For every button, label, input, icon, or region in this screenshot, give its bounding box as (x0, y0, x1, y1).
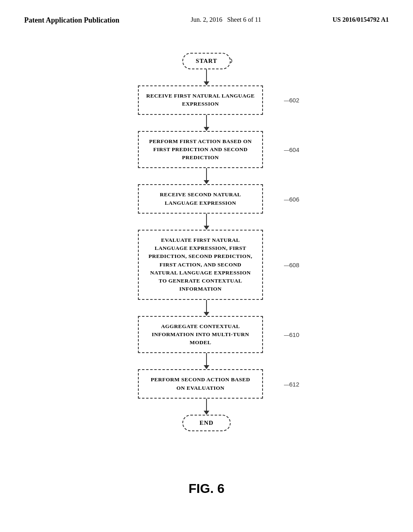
ref-606-label: —606 (284, 195, 299, 202)
header-center: Jun. 2, 2016 Sheet 6 of 11 (191, 16, 261, 23)
ref-602-label: —602 (284, 97, 299, 104)
flowchart-diagram: ✏ 600 START RECEIVE FIRST NATURAL LANGUA… (0, 29, 413, 512)
arrow-line-6 (206, 353, 207, 365)
arrow-head-2 (204, 127, 209, 131)
box-612: PERFORM SECOND ACTION BASED ON EVALUATIO… (138, 369, 263, 399)
patent-number: US 2016/0154792 A1 (332, 16, 389, 23)
box-608-wrapper: EVALUATE FIRST NATURAL LANGUAGE EXPRESSI… (138, 230, 275, 300)
arrow-3 (204, 168, 209, 184)
arrow-4 (204, 214, 209, 230)
arrow-head (204, 81, 209, 85)
arrow-head-7 (204, 411, 209, 415)
box-602-wrapper: RECEIVE FIRST NATURAL LANGUAGE EXPRESSIO… (138, 85, 275, 115)
ref-608-label: —608 (284, 261, 299, 268)
arrow-line-3 (206, 168, 207, 180)
box-612-wrapper: PERFORM SECOND ACTION BASED ON EVALUATIO… (138, 369, 275, 399)
ref-604-label: —604 (284, 146, 299, 153)
box-610-wrapper: AGGREGATE CONTEXTUAL INFORMATION INTO MU… (138, 316, 275, 353)
box-610: AGGREGATE CONTEXTUAL INFORMATION INTO MU… (138, 316, 263, 353)
arrow-1 (204, 69, 209, 85)
arrow-2 (204, 115, 209, 131)
arrow-line-2 (206, 115, 207, 127)
arrow-line-4 (206, 214, 207, 226)
box-606: RECEIVE SECOND NATURAL LANGUAGE EXPRESSI… (138, 184, 263, 214)
arrow-7 (204, 399, 209, 415)
publication-date: Jun. 2, 2016 (191, 16, 222, 23)
box-602: RECEIVE FIRST NATURAL LANGUAGE EXPRESSIO… (138, 85, 263, 115)
end-box: END (182, 415, 231, 431)
arrow-head-6 (204, 365, 209, 369)
arrow-head-3 (204, 180, 209, 184)
arrow-head-5 (204, 312, 209, 316)
arrow-6 (204, 353, 209, 369)
box-604: PERFORM FIRST ACTION BASED ON FIRST PRED… (138, 131, 263, 168)
ref-610-label: —610 (284, 331, 299, 338)
arrow-line-5 (206, 300, 207, 312)
start-box: START (182, 53, 231, 69)
arrow-line (206, 69, 207, 81)
figure-label: FIG. 6 (0, 481, 413, 496)
sheet-info: Sheet 6 of 11 (227, 16, 261, 23)
box-606-wrapper: RECEIVE SECOND NATURAL LANGUAGE EXPRESSI… (138, 184, 275, 214)
box-608: EVALUATE FIRST NATURAL LANGUAGE EXPRESSI… (138, 230, 263, 300)
box-604-wrapper: PERFORM FIRST ACTION BASED ON FIRST PRED… (138, 131, 275, 168)
arrow-5 (204, 300, 209, 316)
arrow-head-4 (204, 226, 209, 230)
ref-612-label: —612 (284, 380, 299, 387)
publication-title: Patent Application Publication (24, 16, 119, 25)
arrow-line-7 (206, 399, 207, 411)
flow-container: START RECEIVE FIRST NATURAL LANGUAGE EXP… (138, 53, 275, 431)
page-header: Patent Application Publication Jun. 2, 2… (0, 0, 413, 25)
